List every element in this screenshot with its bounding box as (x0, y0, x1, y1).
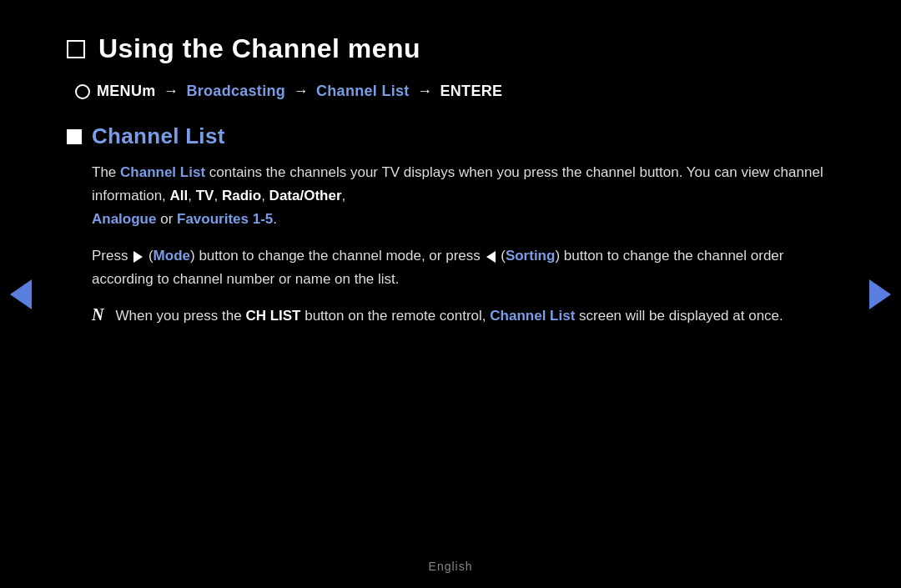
para1-end: . (273, 211, 277, 227)
channel-list-highlight1: Channel List (120, 164, 205, 180)
menu-prefix: MENUm (97, 83, 156, 99)
nav-arrow-right[interactable] (869, 279, 891, 309)
enter-label: ENTERE (440, 83, 503, 99)
footer-language: English (429, 560, 473, 573)
mode-label: Mode (154, 248, 190, 264)
para1-prefix: The (92, 164, 120, 180)
note-text: When you press the CH LIST button on the… (115, 304, 783, 328)
analogue-label: Analogue (92, 211, 156, 227)
channel-list-para2: Press (Mode) button to change the channe… (92, 244, 834, 291)
checkbox-icon (67, 40, 85, 58)
note-prefix: When you press the (115, 308, 245, 324)
broadcasting-link: Broadcasting (186, 83, 285, 99)
channel-list-link: Channel List (316, 83, 410, 99)
arrow1: → (164, 83, 184, 99)
menu-path-text: MENUm → Broadcasting → Channel List → EN… (97, 83, 502, 100)
arrow2: → (293, 83, 313, 99)
note-n-label: N (92, 305, 103, 328)
circle-icon (75, 84, 90, 99)
para2-press: Press (92, 248, 128, 264)
page-title: Using the Channel menu (98, 33, 420, 64)
all-label: All (170, 188, 189, 204)
note-middle: button on the remote control, (300, 308, 490, 324)
favourites-label: Favourites 1-5 (177, 211, 273, 227)
channel-list-para1: The Channel List contains the channels y… (92, 161, 834, 231)
note-row: N When you press the CH LIST button on t… (92, 304, 834, 328)
channel-list-highlight2: Channel List (490, 308, 575, 324)
channel-list-section: Channel List The Channel List contains t… (67, 123, 834, 328)
sorting-label: Sorting (506, 248, 556, 264)
triangle-right-icon (133, 251, 143, 263)
data-other-label: Data/Other (269, 188, 342, 204)
filled-square-icon (67, 129, 82, 144)
subsection-title-row: Channel List (67, 123, 834, 149)
section-title-row: Using the Channel menu (67, 33, 834, 64)
menu-path: MENUm → Broadcasting → Channel List → EN… (75, 83, 834, 100)
subsection-title: Channel List (92, 123, 225, 149)
note-end: screen will be displayed at once. (575, 308, 783, 324)
tv-label: TV (196, 188, 214, 204)
para2-middle: button to change the channel mode, or pr… (195, 248, 485, 264)
nav-arrow-left[interactable] (10, 279, 32, 309)
triangle-left-icon (486, 251, 496, 263)
arrow3: → (417, 83, 437, 99)
radio-label: Radio (222, 188, 261, 204)
or-label: or (156, 211, 177, 227)
ch-list-label: CH LIST (245, 308, 300, 324)
